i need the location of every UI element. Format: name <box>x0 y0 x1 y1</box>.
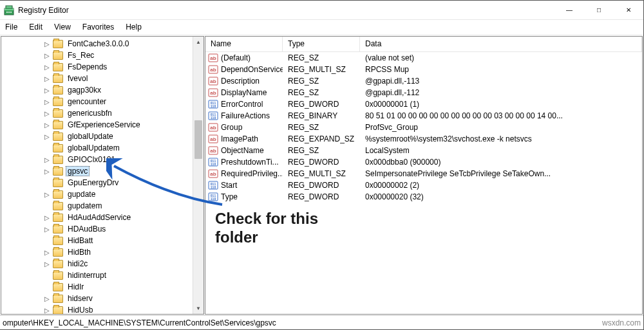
folder-icon <box>53 63 63 71</box>
chevron-right-icon[interactable]: ▷ <box>43 213 52 222</box>
chevron-right-icon[interactable]: ▷ <box>43 190 52 199</box>
value-name: (Default) <box>221 53 251 62</box>
folder-icon <box>53 190 63 199</box>
chevron-right-icon[interactable]: ▷ <box>43 86 52 95</box>
tree-item[interactable]: ▷HdAudAddService <box>53 212 204 223</box>
scroll-thumb[interactable] <box>194 120 202 159</box>
value-row[interactable]: 011110PreshutdownTi...REG_DWORD0x000dbba… <box>205 156 642 168</box>
registry-tree[interactable]: ▷FontCache3.0.0.0▷Fs_Rec▷FsDepends▷fvevo… <box>1 37 204 315</box>
watermark: wsxdn.com <box>602 318 641 327</box>
tree-item[interactable]: ▷gagp30kx <box>53 84 204 96</box>
tree-item[interactable]: ▷genericusbfn <box>53 107 204 119</box>
tree-item[interactable]: HidBatt <box>53 235 204 246</box>
tree-item-label: HidUsb <box>66 305 95 315</box>
col-header-data[interactable]: Data <box>360 37 642 51</box>
tree-item-label: gupdatem <box>66 201 104 211</box>
value-name: RequiredPrivileg... <box>221 169 283 178</box>
value-row[interactable]: 011110FailureActionsREG_BINARY80 51 01 0… <box>205 110 642 122</box>
scroll-up-icon[interactable]: ▲ <box>193 37 204 48</box>
chevron-right-icon[interactable]: ▷ <box>43 97 52 106</box>
binary-value-icon: 011110 <box>208 192 218 202</box>
value-row[interactable]: abGroupREG_SZProfSvc_Group <box>205 122 642 133</box>
col-header-name[interactable]: Name <box>205 37 283 51</box>
tree-item[interactable]: ▷GPIOClx0101 <box>53 154 204 165</box>
chevron-right-icon[interactable]: ▷ <box>43 306 52 315</box>
tree-item[interactable]: ▷FsDepends <box>53 61 204 73</box>
col-header-type[interactable]: Type <box>283 37 360 51</box>
tree-item[interactable]: ▷GfExperienceService <box>53 119 204 131</box>
chevron-right-icon[interactable]: ▷ <box>43 167 52 176</box>
tree-item[interactable]: ▷fvevol <box>53 73 204 84</box>
tree-item-label: HidIr <box>66 282 86 292</box>
value-row[interactable]: abDisplayNameREG_SZ@gpapi.dll,-112 <box>205 87 642 98</box>
tree-item[interactable]: hidinterrupt <box>53 270 204 281</box>
value-data: 0x00000020 (32) <box>360 192 642 201</box>
value-row[interactable]: 011110TypeREG_DWORD0x00000020 (32) <box>205 191 642 203</box>
close-button[interactable]: ✕ <box>614 1 643 19</box>
value-type: REG_DWORD <box>283 100 360 109</box>
menu-favorites[interactable]: Favorites <box>77 21 119 33</box>
tree-item[interactable]: ▷globalUpdate <box>53 131 204 142</box>
chevron-right-icon[interactable]: ▷ <box>43 259 52 268</box>
value-row[interactable]: ab(Default)REG_SZ(value not set) <box>205 52 642 64</box>
chevron-right-icon[interactable]: ▷ <box>43 248 52 257</box>
folder-icon <box>53 40 63 48</box>
value-name: DependOnService <box>221 65 283 74</box>
chevron-right-icon[interactable]: ▷ <box>43 62 52 71</box>
tree-item[interactable]: ▷hidi2c <box>53 258 204 270</box>
chevron-right-icon[interactable]: ▷ <box>43 155 52 164</box>
value-row[interactable]: 011110ErrorControlREG_DWORD0x00000001 (1… <box>205 98 642 110</box>
chevron-right-icon[interactable]: ▷ <box>43 39 52 48</box>
tree-scrollbar[interactable]: ▲ ▼ <box>193 37 204 314</box>
tree-item[interactable]: HidIr <box>53 281 204 293</box>
tree-item[interactable]: gupdatem <box>53 200 204 212</box>
scroll-down-icon[interactable]: ▼ <box>193 303 204 314</box>
menu-help[interactable]: Help <box>120 21 147 33</box>
value-row[interactable]: abDescriptionREG_SZ@gpapi.dll,-113 <box>205 75 642 87</box>
value-name: Type <box>221 192 238 201</box>
chevron-right-icon[interactable]: ▷ <box>43 132 52 141</box>
value-row[interactable]: 011110StartREG_DWORD0x00000002 (2) <box>205 179 642 191</box>
chevron-right-icon[interactable]: ▷ <box>43 294 52 303</box>
menu-file[interactable]: File <box>0 21 23 33</box>
menu-view[interactable]: View <box>49 21 76 33</box>
tree-item[interactable]: ▷HidUsb <box>53 304 204 315</box>
chevron-right-icon[interactable]: ▷ <box>43 120 52 129</box>
folder-icon <box>53 295 63 303</box>
value-row[interactable]: abRequiredPrivileg...REG_MULTI_SZSeImper… <box>205 168 642 179</box>
tree-item[interactable]: ▷HidBth <box>53 246 204 258</box>
tree-item[interactable]: ▷HDAudBus <box>53 223 204 235</box>
value-name: FailureActions <box>221 111 270 120</box>
svg-text:ab: ab <box>210 55 216 61</box>
tree-item[interactable]: ▷FontCache3.0.0.0 <box>53 38 204 50</box>
tree-item-label: gencounter <box>66 96 108 107</box>
tree-item[interactable]: ▷Fs_Rec <box>53 50 204 61</box>
value-type: REG_SZ <box>283 88 360 97</box>
value-type: REG_BINARY <box>283 111 360 120</box>
chevron-right-icon[interactable]: ▷ <box>43 51 52 60</box>
binary-value-icon: 011110 <box>208 99 218 109</box>
values-list[interactable]: ab(Default)REG_SZ(value not set)abDepend… <box>205 52 642 203</box>
svg-point-3 <box>6 12 8 13</box>
tree-item[interactable]: ▷gencounter <box>53 96 204 107</box>
svg-text:ab: ab <box>210 136 216 142</box>
tree-item-label: gpsvc <box>66 166 90 176</box>
value-type: REG_SZ <box>283 146 360 155</box>
tree-item[interactable]: ▷hidserv <box>53 293 204 304</box>
svg-text:110: 110 <box>211 116 216 120</box>
value-type: REG_MULTI_SZ <box>283 169 360 178</box>
tree-item[interactable]: ▷gpsvc <box>53 165 204 177</box>
tree-item[interactable]: ▷gupdate <box>53 188 204 200</box>
value-row[interactable]: abImagePathREG_EXPAND_SZ%systemroot%\sys… <box>205 133 642 145</box>
menu-edit[interactable]: Edit <box>24 21 48 33</box>
chevron-right-icon[interactable]: ▷ <box>43 109 52 118</box>
tree-item[interactable]: globalUpdatem <box>53 142 204 154</box>
value-row[interactable]: abDependOnServiceREG_MULTI_SZRPCSS Mup <box>205 64 642 75</box>
maximize-button[interactable]: □ <box>584 1 614 19</box>
string-value-icon: ab <box>208 87 218 98</box>
chevron-right-icon[interactable]: ▷ <box>43 74 52 83</box>
value-row[interactable]: abObjectNameREG_SZLocalSystem <box>205 145 642 156</box>
minimize-button[interactable]: — <box>554 1 584 19</box>
tree-item[interactable]: GpuEnergyDrv <box>53 177 204 188</box>
chevron-right-icon[interactable]: ▷ <box>43 225 52 234</box>
